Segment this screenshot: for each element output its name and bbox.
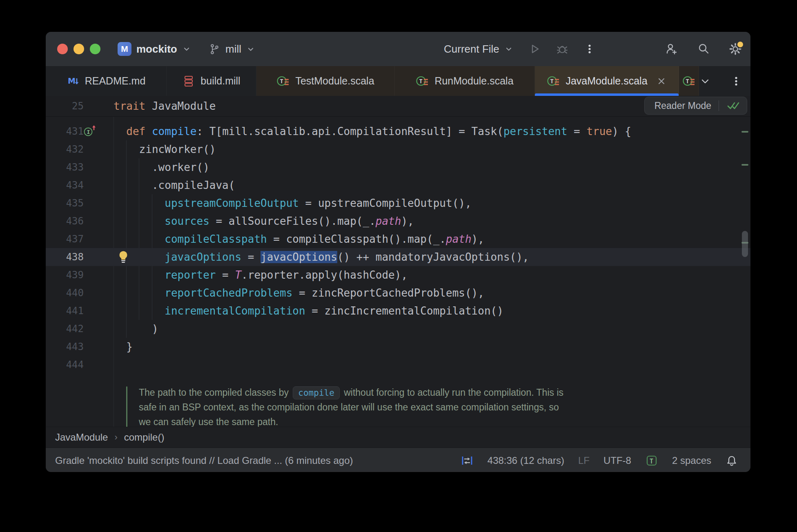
title-bar: M mockito mill Current File <box>46 32 750 66</box>
doc-text: we can safely use the same path. <box>139 417 278 427</box>
svg-text:T: T <box>686 78 689 84</box>
code-token: .worker() <box>114 161 209 173</box>
code-editor[interactable]: 431I def compile: T[mill.scalalib.api.Co… <box>46 117 750 427</box>
line-separator[interactable]: LF <box>578 455 590 466</box>
code-line-437[interactable]: 437 compileClasspath = compileClasspath(… <box>46 230 750 248</box>
doc-comment-line: we can safely use the same path. <box>139 415 750 427</box>
tab-clipped[interactable]: T <box>679 66 699 96</box>
tab-build-mill[interactable]: build.mill <box>167 66 256 96</box>
overrides-icon[interactable]: I <box>82 124 99 138</box>
code-token: = allSourceFiles().map(_. <box>209 215 376 227</box>
scrollbar-thumb[interactable] <box>742 231 748 257</box>
reader-mode-toggle[interactable]: Reader Mode <box>644 97 747 115</box>
project-name: mockito <box>136 43 177 55</box>
code-token: = <box>567 125 586 137</box>
code-with-me-button[interactable] <box>665 42 679 56</box>
vcs-branch-name: mill <box>225 43 241 55</box>
chevron-down-icon[interactable] <box>699 75 711 87</box>
code-token: path <box>446 233 472 245</box>
search-everywhere-button[interactable] <box>697 42 710 56</box>
traffic-lights <box>57 44 100 54</box>
tab-testmodule-scala[interactable]: TTestModule.scala <box>256 66 395 96</box>
code-token <box>114 197 165 209</box>
notifications-bell[interactable] <box>725 454 738 467</box>
tab-javamodule-scala[interactable]: TJavaModule.scala <box>535 66 679 96</box>
code-line-441[interactable]: 441 incrementalCompilation = zincIncreme… <box>46 302 750 320</box>
code-line-440[interactable]: 440 reportCachedProblems = zincReportCac… <box>46 284 750 302</box>
code-token: () ++ mandatoryJavacOptions(), <box>337 251 529 263</box>
code-line-436[interactable]: 436 sources = allSourceFiles().map(_.pat… <box>46 212 750 230</box>
reader-mode-label: Reader Mode <box>655 100 711 111</box>
code-token: zincWorker() <box>114 143 216 155</box>
close-icon[interactable] <box>656 76 667 86</box>
status-message[interactable]: Gradle 'mockito' build scripts found // … <box>55 455 461 466</box>
project-badge: M <box>118 42 131 56</box>
code-line-435[interactable]: 435 upstreamCompileOutput = upstreamComp… <box>46 194 750 212</box>
sticky-gutter: 25 <box>46 96 114 116</box>
more-actions-button[interactable] <box>583 43 596 55</box>
code-token: trait <box>114 100 145 112</box>
code-line-432[interactable]: 432 zincWorker() <box>46 140 750 158</box>
svg-text:T: T <box>280 78 283 84</box>
code-line-431[interactable]: 431I def compile: T[mill.scalalib.api.Co… <box>46 122 750 140</box>
t-badge-icon[interactable]: T <box>645 454 658 467</box>
tab-options-kebab-icon[interactable] <box>730 75 742 87</box>
gutter: 441 <box>46 302 114 320</box>
zoom-window-button[interactable] <box>90 44 100 54</box>
gutter: 435 <box>46 194 114 212</box>
code-token: .compileJava( <box>114 179 235 191</box>
indent-style[interactable]: 2 spaces <box>672 455 711 466</box>
code-token: upstreamCompileOutput <box>165 197 299 209</box>
gradle-load-icon[interactable] <box>461 454 474 467</box>
code-text: reportCachedProblems = zincReportCachedP… <box>114 284 484 302</box>
doc-comment-line: The path to the compiled classes by comp… <box>139 385 750 400</box>
rendered-doc-comment: The path to the compiled classes by comp… <box>126 385 750 427</box>
tab-readme-md[interactable]: MREADME.md <box>46 66 167 96</box>
status-bar: Gradle 'mockito' build scripts found // … <box>46 448 750 472</box>
code-text: def compile: T[mill.scalalib.api.Compila… <box>114 122 631 140</box>
debug-button[interactable] <box>556 42 569 55</box>
tab-bar-controls <box>699 66 750 96</box>
code-line-439[interactable]: 439 reporter = T.reporter.apply(hashCode… <box>46 266 750 284</box>
code-line-434[interactable]: 434 .compileJava( <box>46 176 750 194</box>
vcs-branch-widget[interactable]: mill <box>208 43 255 55</box>
code-line-443[interactable]: 443 } <box>46 338 750 356</box>
double-check-icon[interactable] <box>726 100 740 112</box>
breadcrumb-item-javamodule[interactable]: JavaModule <box>55 432 108 443</box>
breadcrumb-item-compile[interactable]: compile() <box>124 432 165 443</box>
code-line-433[interactable]: 433 .worker() <box>46 158 750 176</box>
doc-code-reference[interactable]: compile <box>293 386 340 399</box>
doc-comment-bar <box>126 386 127 427</box>
minimize-window-button[interactable] <box>73 44 84 54</box>
sticky-line-number: 25 <box>72 100 84 112</box>
tab-label: RunModule.scala <box>434 75 513 87</box>
close-window-button[interactable] <box>57 44 68 54</box>
gutter: 438 <box>46 248 114 266</box>
project-widget[interactable]: M mockito <box>118 42 191 56</box>
code-line-444[interactable]: 444 <box>46 356 750 374</box>
code-token: = <box>216 269 235 281</box>
line-number: 434 <box>66 180 84 191</box>
code-line-438[interactable]: 438 javacOptions = javacOptions() ++ man… <box>46 248 750 266</box>
run-button[interactable] <box>528 42 541 55</box>
markdown-file-icon: M <box>67 75 80 88</box>
status-widgets: 438:36 (12 chars)LFUTF-8T2 spaces <box>461 454 738 467</box>
gutter: 440 <box>46 284 114 302</box>
caret-position[interactable]: 438:36 (12 chars) <box>488 455 564 466</box>
tab-label: TestModule.scala <box>295 75 374 87</box>
code-token: = <box>241 251 260 263</box>
line-number: 443 <box>66 341 84 352</box>
code-line-442[interactable]: 442 ) <box>46 320 750 338</box>
intention-bulb-icon[interactable] <box>118 250 129 264</box>
gutter: 436 <box>46 212 114 230</box>
code-token: T <box>235 269 241 281</box>
run-configuration-selector[interactable]: Current File <box>444 43 513 55</box>
doc-text: safe in an BSP context, as the compilati… <box>139 402 559 412</box>
doc-text: The path to the compiled classes by <box>139 387 291 398</box>
sticky-code[interactable]: trait JavaModule <box>114 96 216 116</box>
file-encoding[interactable]: UTF-8 <box>603 455 631 466</box>
settings-button[interactable] <box>728 42 742 56</box>
tab-runmodule-scala[interactable]: TRunModule.scala <box>395 66 535 96</box>
code-text: javacOptions = javacOptions() ++ mandato… <box>114 248 529 266</box>
gutter: 434 <box>46 176 114 194</box>
